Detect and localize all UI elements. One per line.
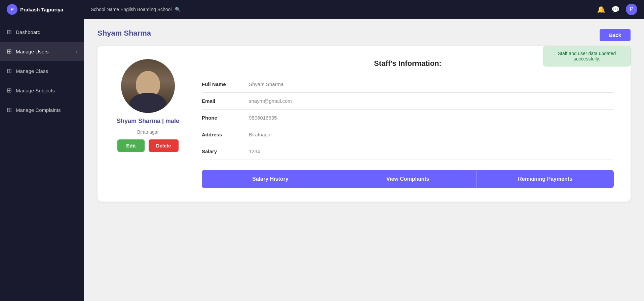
message-icon[interactable]: 💬 [611, 5, 620, 13]
info-label-email: Email [202, 98, 242, 104]
manage-class-icon: ⊞ [7, 67, 12, 75]
staff-actions: Edit Delete [117, 139, 178, 152]
profile-icon[interactable]: P [626, 4, 637, 15]
sidebar: ⊞ Dashboard ⊞ Manage Users › ⊞ Manage Cl… [0, 19, 84, 301]
info-row-fullname: Full Name Shyam Sharma [202, 76, 614, 93]
sidebar-item-manage-class[interactable]: ⊞ Manage Class [0, 61, 84, 81]
topnav: P Prakash Tajpuriya School Name English … [0, 0, 644, 19]
sidebar-label-dashboard: Dashboard [16, 29, 77, 35]
info-label-salary: Salary [202, 148, 242, 154]
staff-photo [121, 59, 175, 113]
page-title: Shyam Sharma [98, 29, 631, 38]
notification-icon[interactable]: 🔔 [597, 5, 605, 13]
manage-complaints-icon: ⊞ [7, 106, 12, 114]
staff-left-panel: Shyam Sharma | male Biratnagar Edit Dele… [114, 59, 182, 188]
info-value-phone: 9806016635 [249, 115, 277, 121]
sidebar-item-manage-users[interactable]: ⊞ Manage Users › [0, 42, 84, 61]
info-label-fullname: Full Name [202, 81, 242, 87]
success-toast: Staff and user data updated successfully… [543, 46, 631, 67]
info-value-fullname: Shyam Sharma [249, 81, 283, 87]
info-value-email: shaym@gmail.com [249, 98, 292, 104]
topnav-username: Prakash Tajpuriya [20, 7, 63, 12]
topnav-avatar: P [7, 4, 17, 15]
salary-history-button[interactable]: Salary History [202, 170, 339, 188]
search-icon[interactable]: 🔍 [175, 7, 181, 12]
back-button[interactable]: Back [600, 29, 631, 41]
sidebar-label-manage-class: Manage Class [16, 68, 77, 74]
info-row-phone: Phone 9806016635 [202, 110, 614, 126]
manage-users-icon: ⊞ [7, 48, 12, 55]
info-value-salary: 1234 [249, 148, 260, 154]
sidebar-label-manage-complaints: Manage Complaints [16, 107, 77, 113]
topnav-school-name: School Name English Boarding School [91, 7, 172, 12]
chevron-right-icon: › [76, 49, 77, 54]
edit-button[interactable]: Edit [117, 139, 144, 152]
info-row-address: Address Biratnagar [202, 126, 614, 143]
staff-name-gender: Shyam Sharma | male [117, 118, 179, 125]
delete-button[interactable]: Delete [149, 139, 179, 152]
sidebar-item-manage-subjects[interactable]: ⊞ Manage Subjects [0, 81, 84, 100]
remaining-payments-button[interactable]: Remaining Payments [477, 170, 614, 188]
sidebar-label-manage-users: Manage Users [16, 49, 72, 54]
main-content: Shyam Sharma Back Staff and user data up… [84, 19, 644, 301]
topnav-user-section: P Prakash Tajpuriya [7, 4, 91, 15]
info-label-address: Address [202, 132, 242, 137]
staff-bottom-buttons: Salary History View Complaints Remaining… [202, 170, 614, 188]
dashboard-icon: ⊞ [7, 28, 12, 36]
staff-card: Shyam Sharma | male Biratnagar Edit Dele… [98, 46, 631, 202]
info-row-salary: Salary 1234 [202, 143, 614, 160]
staff-location: Biratnagar [137, 129, 159, 135]
manage-subjects-icon: ⊞ [7, 87, 12, 94]
sidebar-label-manage-subjects: Manage Subjects [16, 88, 77, 93]
staff-avatar [121, 59, 175, 113]
topnav-icons-group: 🔔 💬 P [597, 4, 637, 15]
info-label-phone: Phone [202, 115, 242, 121]
info-row-email: Email shaym@gmail.com [202, 93, 614, 110]
topnav-search-area: School Name English Boarding School 🔍 [91, 7, 597, 12]
staff-right-panel: Staff's Information: Full Name Shyam Sha… [202, 59, 614, 188]
sidebar-item-manage-complaints[interactable]: ⊞ Manage Complaints [0, 100, 84, 120]
view-complaints-button[interactable]: View Complaints [339, 170, 477, 188]
info-value-address: Biratnagar [249, 132, 272, 137]
sidebar-item-dashboard[interactable]: ⊞ Dashboard [0, 22, 84, 42]
main-layout: ⊞ Dashboard ⊞ Manage Users › ⊞ Manage Cl… [0, 19, 644, 301]
